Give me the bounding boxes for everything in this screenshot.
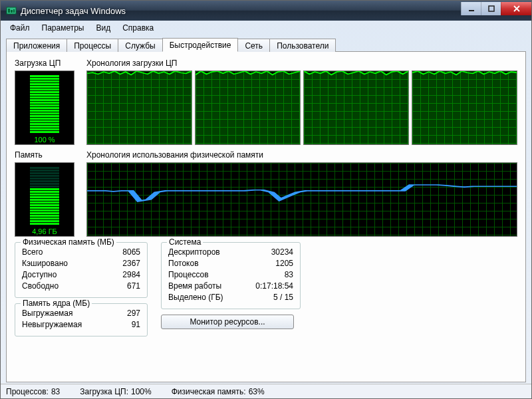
system-threads-value: 1205 xyxy=(275,258,293,269)
physmem-cached-value: 2367 xyxy=(122,258,140,269)
close-button[interactable] xyxy=(501,2,531,15)
memory-gauge: 4,96 ГБ xyxy=(15,162,74,237)
menu-help[interactable]: Справка xyxy=(117,22,159,34)
kernel-memory-group: Память ядра (МБ) Выгружаемая297 Невыгруж… xyxy=(15,303,148,336)
physmem-avail-value: 2984 xyxy=(122,269,140,281)
menu-options[interactable]: Параметры xyxy=(37,22,90,34)
menu-file[interactable]: Файл xyxy=(5,22,35,34)
physical-memory-title: Физическая память (МБ) xyxy=(21,237,116,247)
svg-rect-3 xyxy=(13,9,15,13)
tab-users[interactable]: Пользователи xyxy=(269,39,336,52)
system-threads-label: Потоков xyxy=(168,258,199,269)
menubar: Файл Параметры Вид Справка xyxy=(1,21,531,35)
system-commit-label: Выделено (ГБ) xyxy=(168,292,223,303)
status-processes-label: Процессов: xyxy=(6,387,49,396)
tab-performance[interactable]: Быстродействие xyxy=(162,38,239,52)
cpu-history-label: Хронология загрузки ЦП xyxy=(86,59,517,68)
cpu-history-core-2 xyxy=(303,70,409,145)
status-memory-value: 63% xyxy=(249,387,265,396)
status-cpu-label: Загрузка ЦП: xyxy=(80,387,128,396)
maximize-button[interactable] xyxy=(481,2,501,15)
cpu-usage-label: Загрузка ЦП xyxy=(15,59,81,68)
cpu-history-core-1 xyxy=(195,70,301,145)
physmem-cached-label: Кэшировано xyxy=(22,258,68,269)
task-manager-window: Диспетчер задач Windows Файл Параметры В… xyxy=(0,0,532,399)
titlebar[interactable]: Диспетчер задач Windows xyxy=(1,1,531,21)
status-cpu-value: 100% xyxy=(131,387,152,396)
kmem-nonpaged-value: 91 xyxy=(132,319,140,331)
svg-rect-4 xyxy=(469,10,474,11)
window-title: Диспетчер задач Windows xyxy=(21,6,461,16)
status-processes-value: 83 xyxy=(51,387,60,396)
memory-history-graph xyxy=(86,162,517,237)
system-procs-value: 83 xyxy=(285,269,293,281)
tab-strip: Приложения Процессы Службы Быстродействи… xyxy=(1,35,531,51)
statusbar: Процессов:83 Загрузка ЦП:100% Физическая… xyxy=(1,384,531,398)
cpu-history-core-3 xyxy=(412,70,517,145)
tab-applications[interactable]: Приложения xyxy=(6,39,67,52)
minimize-button[interactable] xyxy=(461,2,481,15)
window-controls xyxy=(461,2,531,15)
system-procs-label: Процессов xyxy=(168,269,209,281)
system-group: Система Дескрипторов30234 Потоков1205 Пр… xyxy=(161,242,301,309)
menu-view[interactable]: Вид xyxy=(90,22,116,34)
system-uptime-value: 0:17:18:54 xyxy=(255,281,293,292)
resource-monitor-button[interactable]: Монитор ресурсов... xyxy=(161,315,294,329)
system-title: Система xyxy=(167,237,203,247)
memory-label: Память xyxy=(15,150,81,160)
kmem-paged-value: 297 xyxy=(127,308,140,319)
cpu-usage-value: 100 % xyxy=(34,134,55,146)
system-handles-value: 30234 xyxy=(271,247,293,258)
physmem-free-value: 671 xyxy=(127,281,140,292)
system-handles-label: Дескрипторов xyxy=(168,247,220,258)
kernel-memory-title: Память ядра (МБ) xyxy=(21,299,92,308)
app-icon xyxy=(6,5,17,16)
svg-rect-1 xyxy=(8,9,10,13)
kmem-nonpaged-label: Невыгружаемая xyxy=(22,319,82,331)
status-memory-label: Физическая память: xyxy=(172,387,246,396)
physmem-total-label: Всего xyxy=(22,247,43,258)
performance-panel: Загрузка ЦП 100 % Хронология загрузки ЦП xyxy=(6,51,526,382)
tab-network[interactable]: Сеть xyxy=(237,39,270,52)
memory-history-label: Хронология использования физической памя… xyxy=(86,150,517,160)
cpu-history-core-0 xyxy=(86,70,192,145)
physical-memory-group: Физическая память (МБ) Всего8065 Кэширов… xyxy=(15,242,148,298)
tab-services[interactable]: Службы xyxy=(118,39,162,52)
kmem-paged-label: Выгружаемая xyxy=(22,308,72,319)
physmem-avail-label: Доступно xyxy=(22,269,57,281)
svg-rect-2 xyxy=(11,10,13,13)
tab-processes[interactable]: Процессы xyxy=(66,39,118,52)
system-commit-value: 5 / 15 xyxy=(273,292,293,303)
memory-value: 4,96 ГБ xyxy=(32,226,57,238)
system-uptime-label: Время работы xyxy=(168,281,221,292)
physmem-free-label: Свободно xyxy=(22,281,59,292)
svg-rect-5 xyxy=(489,6,494,11)
physmem-total-value: 8065 xyxy=(122,247,140,258)
cpu-usage-gauge: 100 % xyxy=(15,70,74,145)
